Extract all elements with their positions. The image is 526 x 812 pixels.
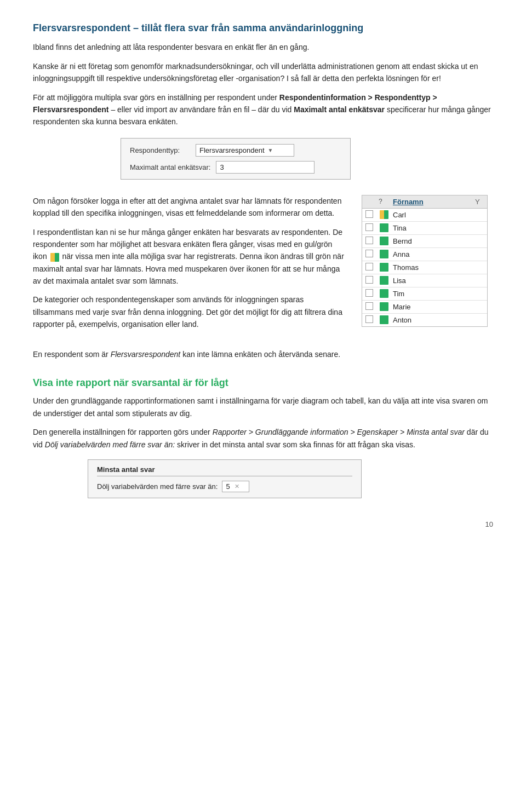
table-row: Anton — [362, 314, 487, 326]
row-checkbox[interactable] — [365, 263, 375, 272]
min-antal-label: Dölj variabelvärden med färre svar än: — [97, 482, 218, 491]
header-filter-icon: Y — [475, 198, 484, 206]
row-checkbox[interactable] — [365, 302, 375, 312]
form-label-type: Respondenttyp: — [130, 146, 190, 154]
table-row: Lisa — [362, 274, 487, 287]
table-row: Marie — [362, 301, 487, 314]
row-name: Anna — [393, 250, 484, 258]
paragraph-1: Ibland finns det anledning att låta resp… — [33, 41, 493, 53]
row-status-icon — [379, 237, 390, 245]
left-column: Om någon försöker logga in efter att det… — [33, 195, 345, 337]
table-row: Carl — [362, 209, 487, 222]
row-status-icon — [379, 302, 390, 311]
row-name: Thomas — [393, 263, 484, 272]
table-rows-container: CarlTinaBerndAnnaThomasLisaTimMarieAnton — [362, 209, 487, 326]
right-column: ? Förnamn Y CarlTinaBerndAnnaThomasLisaT… — [362, 195, 493, 327]
paragraph-6: De kategorier och respondentegenskaper s… — [33, 293, 345, 330]
main-heading: Flersvarsrespondent – tillåt flera svar … — [33, 22, 493, 34]
row-name: Carl — [393, 211, 484, 219]
row-name: Marie — [393, 303, 484, 311]
row-checkbox[interactable] — [365, 289, 375, 298]
paragraph-4: Om någon försöker logga in efter att det… — [33, 195, 345, 220]
section-heading-2: Visa inte rapport när svarsantal är för … — [33, 377, 493, 389]
row-checkbox[interactable] — [365, 223, 375, 233]
paragraph-8: Under den grundläggande rapportinformati… — [33, 395, 493, 419]
form-label-max: Maximalt antal enkätsvar: — [130, 163, 210, 171]
paragraph-3: För att möjliggöra multipla svar görs en… — [33, 91, 493, 128]
row-status-icon — [379, 289, 390, 298]
paragraph-9: Den generella inställningen för rapporte… — [33, 426, 493, 451]
respondent-list-table: ? Förnamn Y CarlTinaBerndAnnaThomasLisaT… — [362, 195, 488, 327]
page-number: 10 — [33, 520, 493, 528]
row-name: Tim — [393, 290, 484, 298]
table-row: Thomas — [362, 261, 487, 274]
header-question-icon: ? — [379, 198, 390, 205]
row-name: Bernd — [393, 237, 484, 245]
form-row-max: Maximalt antal enkätsvar: 3 — [130, 161, 341, 174]
row-status-icon — [379, 210, 390, 219]
min-antal-input[interactable]: 5 ✕ — [222, 481, 249, 492]
row-status-icon — [379, 223, 390, 232]
paragraph-7: En respondent som är Flersvarsrespondent… — [33, 348, 493, 360]
row-checkbox[interactable] — [365, 276, 375, 285]
yellow-green-icon-inline — [50, 253, 59, 262]
clear-icon[interactable]: ✕ — [235, 483, 239, 490]
row-status-icon — [379, 250, 390, 258]
row-checkbox[interactable] — [365, 315, 375, 325]
form-row-type: Respondenttyp: Flersvarsrespondent ▼ — [130, 144, 341, 157]
header-fornamn: Förnamn — [393, 198, 472, 206]
respondent-type-form: Respondenttyp: Flersvarsrespondent ▼ Max… — [121, 138, 351, 180]
paragraph-2: Kanske är ni ett företag som genomför ma… — [33, 60, 493, 85]
table-row: Anna — [362, 248, 487, 261]
min-antal-row: Dölj variabelvärden med färre svar än: 5… — [97, 481, 352, 492]
respondent-type-select[interactable]: Flersvarsrespondent ▼ — [196, 144, 294, 157]
paragraph-5: I respondentlistan kan ni se hur många g… — [33, 226, 345, 287]
min-antal-box: Minsta antal svar Dölj variabelvärden me… — [88, 459, 362, 498]
row-checkbox[interactable] — [365, 210, 375, 220]
table-header: ? Förnamn Y — [362, 195, 487, 209]
min-antal-title: Minsta antal svar — [97, 465, 352, 476]
chevron-down-icon: ▼ — [268, 147, 291, 153]
row-checkbox[interactable] — [365, 237, 375, 246]
row-status-icon — [379, 315, 390, 324]
row-status-icon — [379, 263, 390, 272]
max-answers-input[interactable]: 3 — [216, 161, 315, 174]
table-row: Tim — [362, 287, 487, 301]
table-row: Bernd — [362, 235, 487, 248]
row-name: Tina — [393, 224, 484, 232]
two-column-section: Om någon försöker logga in efter att det… — [33, 195, 493, 337]
row-name: Anton — [393, 316, 484, 324]
row-status-icon — [379, 276, 390, 285]
table-row: Tina — [362, 222, 487, 235]
row-name: Lisa — [393, 277, 484, 285]
row-checkbox[interactable] — [365, 250, 375, 259]
